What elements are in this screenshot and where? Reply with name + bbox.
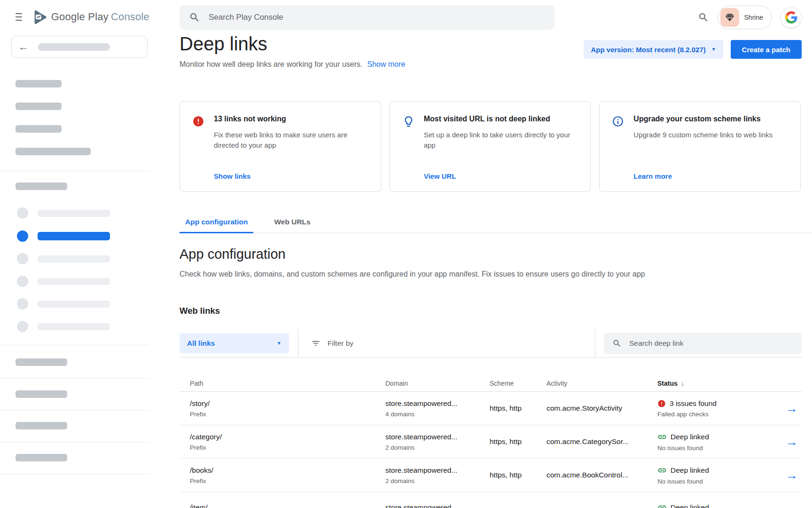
sidebar-divider — [0, 345, 149, 345]
play-console-logo[interactable]: Google PlayConsole — [32, 9, 149, 25]
sidebar-nav-item[interactable] — [17, 253, 110, 264]
menu-icon[interactable] — [16, 13, 22, 21]
nav-item-icon — [17, 253, 28, 264]
card-body-text: Fix these web links to make sure users a… — [214, 130, 370, 151]
tab-app-configuration[interactable]: App configuration — [180, 214, 253, 233]
sidebar-divider — [0, 410, 149, 411]
row-path-type: Prefix — [190, 477, 385, 484]
skeleton-bar — [16, 390, 67, 398]
deep-link-search-input[interactable] — [628, 339, 793, 348]
row-path: /books/ — [190, 466, 385, 475]
lightbulb-icon — [402, 115, 415, 180]
column-header-domain[interactable]: Domain — [385, 380, 490, 387]
table-row[interactable]: /story/ Prefix store.steampowered... 4 d… — [180, 392, 802, 425]
tab-bar: App configuration Web URLs — [180, 214, 812, 233]
card-body-text: Upgrade 9 custom scheme links to web lin… — [633, 130, 790, 140]
row-path: /category/ — [190, 433, 385, 441]
sidebar-nav-item[interactable] — [17, 321, 110, 332]
skeleton-bar — [16, 422, 67, 429]
sidebar-nav-item[interactable] — [17, 207, 110, 219]
app-avatar — [720, 8, 739, 27]
nav-item-icon — [17, 230, 28, 242]
play-console-window: Google PlayConsole ← — [0, 0, 812, 508]
deep-linked-icon — [657, 503, 667, 508]
account-chip-label: Shrine — [744, 14, 763, 21]
deep-link-search[interactable] — [604, 333, 802, 354]
main-content: Shrine Deep links Monitor how well deep … — [149, 0, 812, 508]
nav-item-label — [38, 301, 110, 308]
nav-item-icon — [17, 207, 28, 219]
global-search[interactable] — [180, 5, 554, 30]
sidebar-nav-item[interactable] — [17, 298, 110, 310]
open-row-arrow-icon[interactable]: → — [786, 402, 798, 414]
skeleton-bar — [16, 80, 62, 87]
row-status-detail: No issues found — [657, 444, 772, 452]
error-icon — [657, 399, 666, 408]
nav-item-label — [38, 323, 110, 330]
sidebar-header: Google PlayConsole — [0, 0, 149, 34]
app-configuration-section: App configuration Check how web links, d… — [180, 246, 756, 278]
account-chip[interactable]: Shrine — [718, 6, 772, 29]
view-url-link[interactable]: View URL — [424, 172, 580, 180]
info-icon — [612, 115, 625, 180]
table-row[interactable]: /category/ Prefix store.steampowered... … — [180, 425, 802, 459]
sidebar-nav-item-active[interactable] — [17, 230, 110, 242]
app-version-selector[interactable]: App version: Most recent (8.2.027) ▼ — [584, 40, 723, 59]
table-row[interactable]: /books/ Prefix store.steampowered... 2 d… — [180, 459, 802, 492]
tab-web-urls[interactable]: Web URLs — [268, 214, 316, 233]
row-activity: com.acme.StoryActivity — [547, 392, 657, 425]
learn-more-link[interactable]: Learn more — [633, 172, 790, 180]
column-header-scheme[interactable]: Scheme — [490, 380, 547, 387]
filter-by-label: Filter by — [328, 339, 353, 348]
row-domain: store.steampowered... — [385, 503, 490, 508]
row-domain: store.steampowered... — [385, 433, 490, 441]
sidebar-divider — [0, 171, 149, 171]
error-icon — [192, 115, 205, 180]
play-console-icon — [32, 9, 47, 25]
deep-linked-icon — [657, 466, 667, 475]
skeleton-bar — [16, 125, 62, 133]
filter-by-button[interactable]: Filter by — [311, 339, 353, 348]
sidebar-nav-item[interactable] — [17, 276, 110, 287]
search-icon — [189, 12, 200, 23]
brand-text: Google PlayConsole — [51, 11, 149, 23]
column-header-activity[interactable]: Activity — [547, 380, 657, 387]
page-title: Deep links — [180, 33, 405, 55]
toolbar-divider — [595, 329, 595, 357]
sort-descending-icon: ↓ — [681, 379, 685, 387]
card-most-visited-url: Most visited URL is not deep linked Set … — [390, 101, 591, 192]
table-row[interactable]: /item/ store.steampowered... Deep linked — [180, 492, 802, 508]
row-activity — [547, 492, 657, 508]
row-domain-count: 2 domains — [385, 444, 490, 451]
search-icon[interactable] — [698, 12, 709, 23]
row-activity: com.acme.CategorySor... — [547, 425, 657, 458]
back-navigation[interactable]: ← — [11, 36, 148, 58]
section-heading: App configuration — [180, 246, 756, 262]
create-patch-button[interactable]: Create a patch — [731, 40, 802, 59]
row-status: Deep linked — [671, 503, 709, 508]
row-status-detail: No issues found — [657, 478, 772, 485]
google-account-avatar[interactable] — [781, 7, 802, 28]
sidebar-divider — [0, 442, 149, 443]
column-header-status[interactable]: Status ↓ — [657, 379, 772, 387]
nav-item-label — [38, 255, 110, 262]
page-subtitle: Monitor how well deep links are working … — [180, 60, 363, 69]
global-search-input[interactable] — [208, 12, 545, 23]
links-filter-dropdown[interactable]: All links ▼ — [180, 333, 289, 353]
sidebar-divider — [0, 378, 149, 379]
nav-item-label — [38, 278, 110, 285]
show-links-link[interactable]: Show links — [214, 172, 370, 180]
open-row-arrow-icon[interactable]: → — [786, 503, 798, 508]
open-row-arrow-icon[interactable]: → — [786, 469, 798, 481]
column-header-path[interactable]: Path — [190, 380, 385, 387]
row-status: 3 issues found — [670, 399, 717, 408]
toolbar-divider — [298, 329, 298, 357]
open-row-arrow-icon[interactable]: → — [786, 436, 798, 448]
row-status: Deep linked — [671, 433, 709, 441]
card-upgrade-scheme-links: Upgrade your custom scheme links Upgrade… — [599, 101, 801, 192]
card-links-not-working: 13 links not working Fix these web links… — [180, 101, 381, 192]
row-scheme: https, http — [490, 459, 547, 492]
search-icon — [612, 339, 622, 348]
web-links-table: Path Domain Scheme Activity Status ↓ /st… — [180, 375, 802, 508]
show-more-link[interactable]: Show more — [367, 60, 406, 69]
